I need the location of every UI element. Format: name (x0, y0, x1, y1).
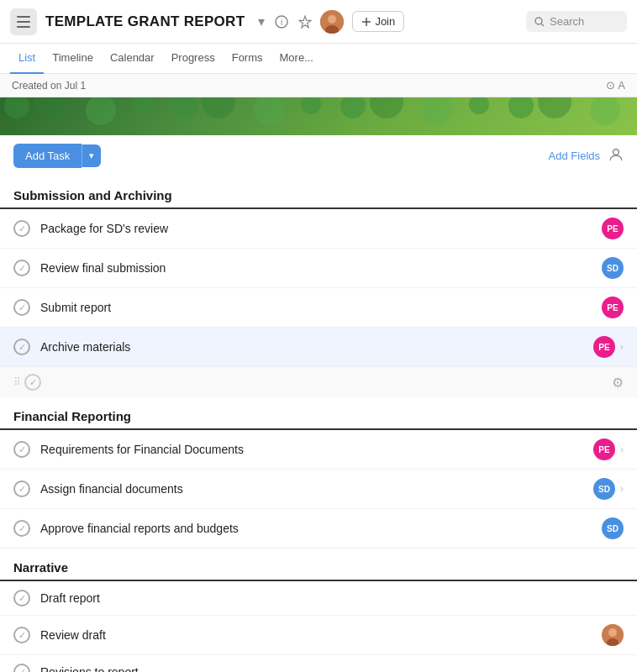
nav-tabs: List Timeline Calendar Progress Forms Mo… (0, 44, 637, 74)
svg-point-8 (535, 18, 542, 24)
main-content: Add Task ▾ Add Fields Submission and Arc… (0, 135, 637, 672)
svg-rect-2 (17, 26, 30, 28)
svg-rect-0 (17, 16, 30, 18)
tab-forms[interactable]: Forms (224, 44, 271, 74)
search-icon (534, 17, 545, 27)
user-avatar[interactable] (320, 10, 344, 34)
section-financial-reporting: Financial Reporting (0, 397, 637, 430)
svg-point-6 (328, 15, 336, 24)
section-title: Narrative (13, 560, 68, 575)
add-task-dropdown-button[interactable]: ▾ (82, 144, 101, 167)
task-avatar-pe: PE (602, 297, 624, 318)
assignee-icon: ⊙ A (606, 79, 625, 92)
info-button[interactable]: i (273, 13, 290, 30)
task-checkbox[interactable]: ✓ (13, 520, 30, 537)
join-button-label: Join (375, 15, 395, 28)
gear-icon[interactable]: ⚙ (612, 375, 624, 391)
chevron-right-icon: › (620, 444, 624, 455)
created-date: Created on Jul 1 (12, 80, 86, 92)
new-task-checkbox[interactable]: ✓ (24, 374, 41, 391)
task-avatar-sd: SD (602, 517, 624, 539)
search-label: Search (550, 15, 584, 28)
task-row-highlighted[interactable]: ✓ Archive materials PE › (0, 328, 637, 367)
sidebar-toggle-icon[interactable] (10, 8, 37, 35)
task-checkbox[interactable]: ✓ (13, 220, 30, 237)
chevron-down-icon: ▾ (258, 13, 265, 29)
add-fields-button[interactable]: Add Fields (549, 150, 600, 162)
svg-rect-1 (17, 21, 30, 23)
task-row[interactable]: ✓ Approve financial reports and budgets … (0, 509, 637, 549)
task-avatar-photo (602, 624, 624, 646)
task-row[interactable]: ✓ Revisions to report (0, 655, 637, 672)
app-header: TEMPLATE GRANT REPORT ▾ i Join (0, 0, 637, 44)
tab-list[interactable]: List (10, 44, 44, 74)
task-avatar-pe: PE (593, 336, 615, 358)
sub-header: Created on Jul 1 ⊙ A (0, 74, 637, 97)
task-checkbox[interactable]: ✓ (13, 627, 30, 643)
task-row[interactable]: ✓ Package for SD's review PE (0, 209, 637, 249)
task-name: Assign financial documents (40, 482, 593, 496)
task-checkbox[interactable]: ✓ (13, 664, 30, 672)
task-checkbox[interactable]: ✓ (13, 480, 30, 497)
task-row[interactable]: ✓ Requirements for Financial Documents P… (0, 430, 637, 470)
task-avatar-pe: PE (602, 218, 624, 239)
section-title: Financial Reporting (13, 409, 131, 423)
task-avatar-sd: SD (593, 478, 615, 500)
task-name: Draft report (40, 591, 624, 605)
section-submission-archiving: Submission and Archiving (0, 176, 637, 209)
chevron-right-icon: › (620, 483, 624, 495)
task-row[interactable]: ✓ Submit report PE (0, 288, 637, 328)
add-task-button[interactable]: Add Task (13, 144, 82, 168)
task-name: Revisions to report (40, 665, 624, 672)
tab-more[interactable]: More... (271, 44, 322, 74)
task-checkbox[interactable]: ✓ (13, 339, 30, 355)
task-row[interactable]: ✓ Review final submission SD (0, 249, 637, 288)
task-name: Requirements for Financial Documents (40, 443, 593, 456)
tab-progress[interactable]: Progress (163, 44, 224, 74)
search-box[interactable]: Search (526, 11, 627, 32)
task-toolbar: Add Task ▾ Add Fields (0, 135, 637, 176)
dropdown-arrow-button[interactable]: ▾ (256, 12, 266, 31)
people-icon (608, 147, 624, 162)
task-checkbox[interactable]: ✓ (13, 441, 30, 458)
new-task-row[interactable]: ⠿ ✓ ⚙ (0, 367, 637, 397)
page-title: TEMPLATE GRANT REPORT (45, 13, 245, 30)
task-name: Package for SD's review (40, 222, 602, 235)
dropdown-chevron-icon: ▾ (89, 150, 94, 160)
task-checkbox[interactable]: ✓ (13, 260, 30, 276)
people-icon-button[interactable] (608, 147, 624, 165)
task-name: Submit report (40, 301, 602, 314)
task-checkbox[interactable]: ✓ (13, 299, 30, 316)
toolbar-right: Add Fields (549, 147, 624, 165)
task-row[interactable]: ✓ Assign financial documents SD › (0, 470, 637, 509)
task-avatar-pe: PE (593, 438, 615, 460)
task-checkbox[interactable]: ✓ (13, 590, 30, 606)
task-row[interactable]: ✓ Draft report (0, 581, 637, 616)
hero-banner (0, 97, 637, 135)
drag-handle-icon: ⠿ (13, 376, 21, 388)
task-name: Approve financial reports and budgets (40, 522, 602, 535)
star-button[interactable] (297, 13, 313, 30)
task-name: Review final submission (40, 261, 602, 275)
chevron-right-icon: › (620, 341, 624, 353)
svg-text:i: i (281, 18, 282, 27)
task-row[interactable]: ✓ Review draft (0, 616, 637, 655)
svg-point-11 (608, 628, 617, 637)
task-name: Archive materials (40, 340, 593, 354)
svg-point-9 (613, 149, 619, 155)
toolbar-left: Add Task ▾ (13, 144, 101, 168)
task-name: Review draft (40, 628, 602, 642)
task-avatar-sd: SD (602, 257, 624, 279)
tab-calendar[interactable]: Calendar (102, 44, 163, 74)
section-title: Submission and Archiving (13, 188, 172, 202)
section-narrative: Narrative (0, 549, 637, 581)
tab-timeline[interactable]: Timeline (44, 44, 102, 74)
header-action-group: ▾ i (256, 10, 344, 34)
join-button[interactable]: Join (352, 11, 404, 32)
